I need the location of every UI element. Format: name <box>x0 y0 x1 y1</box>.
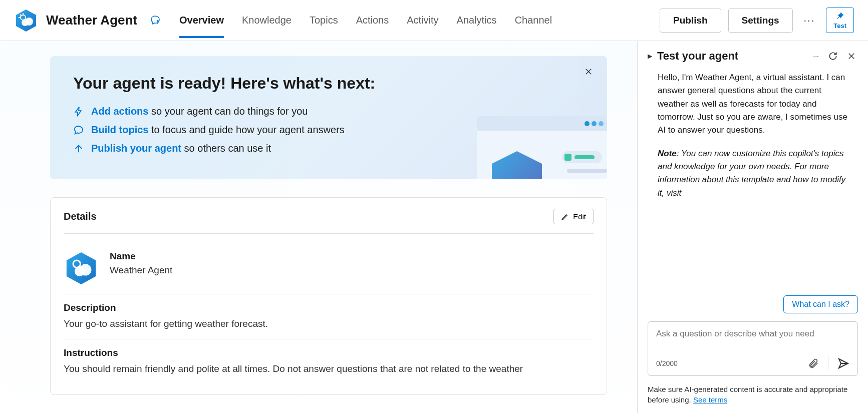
build-topics-link[interactable]: Build topics <box>91 124 148 135</box>
svg-point-12 <box>592 121 597 126</box>
svg-rect-22 <box>567 169 607 173</box>
chat-input-box: 0/2000 <box>648 321 858 376</box>
lightning-icon <box>73 106 84 117</box>
step-add-actions: Add actions so your agent can do things … <box>73 106 584 117</box>
pin-icon <box>835 11 845 21</box>
svg-line-6 <box>20 15 21 16</box>
chat-messages[interactable]: Hello, I'm Weather Agent, a virtual assi… <box>648 71 858 290</box>
attachment-button[interactable] <box>808 358 819 369</box>
test-panel: ▶ Test your agent ··· Hello, I'm Weather… <box>638 41 868 413</box>
more-options-button[interactable]: ··· <box>800 11 819 30</box>
step-text: to focus and guide how your agent answer… <box>148 124 344 135</box>
settings-button[interactable]: Settings <box>728 9 793 33</box>
char-counter: 0/2000 <box>656 359 678 367</box>
tab-topics[interactable]: Topics <box>310 3 338 38</box>
instructions-value: You should remain friendly and polite at… <box>64 362 594 376</box>
svg-rect-18 <box>574 155 595 159</box>
tab-actions[interactable]: Actions <box>356 3 389 38</box>
main-content: Your agent is ready! Here's what's next:… <box>0 41 638 413</box>
svg-rect-17 <box>564 154 571 161</box>
panel-more-button[interactable]: ··· <box>811 50 821 62</box>
bot-greeting-message: Hello, I'm Weather Agent, a virtual assi… <box>658 71 854 137</box>
tab-analytics[interactable]: Analytics <box>457 3 497 38</box>
close-panel-button[interactable] <box>845 50 858 63</box>
suggestion-chip[interactable]: What can I ask? <box>783 295 858 313</box>
agent-logo-small-icon <box>64 251 99 286</box>
send-button[interactable] <box>837 357 849 369</box>
edit-details-button[interactable]: Edit <box>553 209 594 224</box>
tab-channel[interactable]: Channel <box>515 3 552 38</box>
description-value: Your go-to assistant for getting weather… <box>64 317 594 331</box>
description-label: Description <box>64 302 594 313</box>
top-actions: Publish Settings ··· Test <box>660 8 854 33</box>
pencil-icon <box>561 213 569 221</box>
instructions-label: Instructions <box>64 347 594 358</box>
name-value: Weather Agent <box>110 265 172 276</box>
tab-activity[interactable]: Activity <box>407 3 438 38</box>
details-card: Details Edit Name Weather Agent Descript… <box>50 197 607 395</box>
details-title: Details <box>64 211 97 222</box>
svg-point-7 <box>157 20 159 22</box>
ai-disclaimer: Make sure AI-generated content is accura… <box>648 384 858 405</box>
publish-button[interactable]: Publish <box>660 9 721 33</box>
tab-list: Overview Knowledge Topics Actions Activi… <box>179 3 552 38</box>
copilot-studio-icon[interactable] <box>149 15 161 27</box>
close-banner-button[interactable] <box>584 67 593 76</box>
svg-point-13 <box>599 121 604 126</box>
bot-note-message: Note: You can now customize this copilot… <box>658 147 854 200</box>
agent-logo-icon <box>14 9 38 33</box>
chat-input[interactable] <box>656 329 849 352</box>
tab-overview[interactable]: Overview <box>179 3 224 38</box>
getting-started-banner: Your agent is ready! Here's what's next:… <box>50 56 607 179</box>
name-label: Name <box>110 251 172 262</box>
chat-icon <box>73 125 84 136</box>
collapse-panel-button[interactable]: ▶ <box>648 53 652 60</box>
refresh-button[interactable] <box>826 49 840 63</box>
note-text: : You can now customize this copilot's t… <box>658 149 845 198</box>
agent-title: Weather Agent <box>46 13 137 28</box>
publish-agent-link[interactable]: Publish your agent <box>91 143 181 154</box>
disclaimer-text: Make sure AI-generated content is accura… <box>648 385 847 404</box>
top-bar: Weather Agent Overview Knowledge Topics … <box>0 0 868 41</box>
banner-illustration <box>477 116 607 179</box>
step-text: so others can use it <box>181 143 271 154</box>
test-panel-title: Test your agent <box>657 50 806 63</box>
note-label: Note <box>658 149 677 158</box>
step-text: so your agent can do things for you <box>148 106 308 117</box>
see-terms-link[interactable]: See terms <box>693 395 727 404</box>
banner-headline: Your agent is ready! Here's what's next: <box>73 74 584 93</box>
edit-label: Edit <box>573 212 586 221</box>
test-button[interactable]: Test <box>826 8 854 33</box>
tab-knowledge[interactable]: Knowledge <box>242 3 292 38</box>
arrow-up-icon <box>73 143 84 154</box>
test-button-label: Test <box>833 22 846 30</box>
svg-point-11 <box>585 121 590 126</box>
add-actions-link[interactable]: Add actions <box>91 106 148 117</box>
